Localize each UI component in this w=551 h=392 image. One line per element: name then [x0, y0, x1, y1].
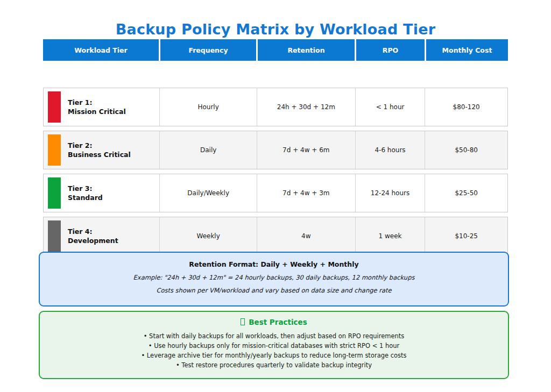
table-body: Tier 1: Mission Critical Hourly 24h + 30…	[43, 88, 508, 260]
tier-name: Business Critical	[68, 150, 131, 160]
table-row-tier1: Tier 1: Mission Critical Hourly 24h + 30…	[43, 88, 508, 126]
retention-note-costs: Costs shown per VM/workload and vary bas…	[40, 287, 508, 294]
missing-glyph-icon	[241, 318, 245, 325]
tier-name: Development	[68, 236, 118, 246]
retention-cell: 7d + 4w + 3m	[257, 174, 356, 212]
best-practices-list: • Start with daily backups for all workl…	[40, 331, 508, 370]
frequency-cell: Daily	[160, 131, 257, 169]
tier2-color-bar	[48, 134, 61, 166]
tier1-color-bar	[48, 91, 61, 123]
monthly-cost-cell: $80-120	[425, 88, 507, 126]
page-title: Backup Policy Matrix by Workload Tier	[0, 21, 551, 38]
header-rpo: RPO	[356, 39, 425, 61]
tier-label: Tier 2: Business Critical	[68, 141, 131, 160]
monthly-cost-cell: $10-25	[425, 217, 507, 255]
retention-format-note: Retention Format: Daily + Weekly + Month…	[39, 252, 509, 307]
frequency-cell: Hourly	[160, 88, 257, 126]
best-practices-title-text: Best Practices	[249, 318, 307, 326]
tier-label: Tier 3: Standard	[68, 184, 103, 203]
tier-name: Standard	[68, 193, 103, 203]
backup-policy-page: Backup Policy Matrix by Workload Tier Wo…	[0, 0, 551, 392]
tier-label: Tier 4: Development	[68, 227, 118, 246]
table-row-tier2: Tier 2: Business Critical Daily 7d + 4w …	[43, 131, 508, 169]
best-practice-item: • Test restore procedures quarterly to v…	[40, 360, 508, 370]
rpo-cell: 4-6 hours	[356, 131, 426, 169]
header-retention: Retention	[258, 39, 355, 61]
rpo-cell: 12-24 hours	[356, 174, 426, 212]
tier-number: Tier 4:	[68, 227, 118, 237]
table-row-tier3: Tier 3: Standard Daily/Weekly 7d + 4w + …	[43, 174, 508, 212]
tier-number: Tier 2:	[68, 141, 131, 151]
tier4-color-bar	[48, 220, 61, 252]
tier-cell: Tier 1: Mission Critical	[44, 88, 160, 126]
retention-note-example: Example: "24h + 30d + 12m" = 24 hourly b…	[40, 274, 508, 281]
tier-cell: Tier 2: Business Critical	[44, 131, 160, 169]
monthly-cost-cell: $25-50	[425, 174, 507, 212]
retention-cell: 24h + 30d + 12m	[257, 88, 356, 126]
best-practices-panel: Best Practices • Start with daily backup…	[39, 311, 509, 379]
tier3-color-bar	[48, 177, 61, 209]
tier-number: Tier 3:	[68, 184, 103, 194]
frequency-cell: Daily/Weekly	[160, 174, 257, 212]
rpo-cell: < 1 hour	[356, 88, 426, 126]
table-row-tier4: Tier 4: Development Weekly 4w 1 week $10…	[43, 217, 508, 255]
retention-note-title: Retention Format: Daily + Weekly + Month…	[40, 260, 508, 268]
header-monthly-cost: Monthly Cost	[426, 39, 508, 61]
frequency-cell: Weekly	[160, 217, 257, 255]
table-header-row: Workload Tier Frequency Retention RPO Mo…	[43, 39, 508, 61]
header-frequency: Frequency	[160, 39, 256, 61]
best-practices-title: Best Practices	[40, 318, 508, 326]
best-practice-item: • Use hourly backups only for mission-cr…	[40, 341, 508, 351]
retention-cell: 7d + 4w + 6m	[257, 131, 356, 169]
tier-label: Tier 1: Mission Critical	[68, 98, 126, 117]
tier-number: Tier 1:	[68, 98, 126, 108]
header-workload-tier: Workload Tier	[43, 39, 159, 61]
monthly-cost-cell: $50-80	[425, 131, 507, 169]
retention-cell: 4w	[257, 217, 356, 255]
best-practice-item: • Leverage archive tier for monthly/year…	[40, 351, 508, 360]
best-practice-item: • Start with daily backups for all workl…	[40, 331, 508, 341]
tier-name: Mission Critical	[68, 107, 126, 117]
tier-cell: Tier 4: Development	[44, 217, 160, 255]
tier-cell: Tier 3: Standard	[44, 174, 160, 212]
rpo-cell: 1 week	[356, 217, 426, 255]
